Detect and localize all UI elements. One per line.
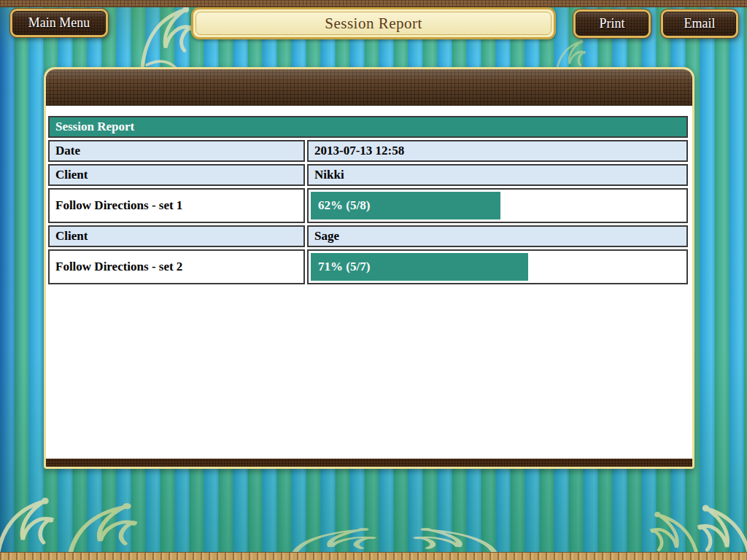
panel-wood-header — [46, 69, 692, 106]
row-value: 62% (5/8) — [307, 188, 688, 223]
table-header-row: Session Report — [48, 116, 688, 138]
bottom-stitched-border — [0, 552, 747, 560]
print-button[interactable]: Print — [573, 9, 651, 38]
table-row-client-1: Client Nikki — [48, 164, 688, 186]
row-value: Sage — [307, 225, 688, 247]
row-label: Follow Directions - set 1 — [48, 188, 305, 223]
page-title: Session Report — [196, 12, 551, 35]
table-row-date: Date 2013-07-13 12:58 — [48, 140, 688, 162]
row-label: Client — [48, 164, 305, 186]
row-label: Date — [48, 140, 305, 162]
main-menu-button[interactable]: Main Menu — [10, 9, 108, 37]
score-progress-bar: 71% (5/7) — [311, 253, 528, 281]
table-row-activity-2: Follow Directions - set 2 71% (5/7) — [48, 249, 688, 284]
row-label: Client — [48, 225, 305, 247]
flourish-ornament-top-left — [137, 3, 200, 72]
top-stitched-border — [0, 0, 747, 7]
email-button[interactable]: Email — [661, 9, 738, 38]
table-row-activity-1: Follow Directions - set 1 62% (5/8) — [48, 188, 688, 223]
session-report-screen: { "toolbar": { "main_menu_label": "Main … — [0, 0, 747, 560]
panel-wood-footer — [46, 459, 692, 467]
flourish-ornament-bottom-right — [640, 502, 747, 559]
report-panel: Session Report Date 2013-07-13 12:58 Cli… — [44, 67, 694, 469]
flourish-ornament-bottom-left — [0, 494, 169, 559]
table-row-client-2: Client Sage — [48, 225, 688, 247]
row-value: 2013-07-13 12:58 — [307, 140, 688, 162]
score-progress-bar: 62% (5/8) — [311, 192, 500, 219]
title-plate: Session Report — [191, 7, 556, 39]
session-report-table: Session Report Date 2013-07-13 12:58 Cli… — [48, 116, 688, 284]
table-header-cell: Session Report — [48, 116, 688, 138]
row-value: 71% (5/7) — [307, 249, 688, 284]
row-label: Follow Directions - set 2 — [48, 249, 305, 284]
row-value: Nikki — [307, 164, 688, 186]
